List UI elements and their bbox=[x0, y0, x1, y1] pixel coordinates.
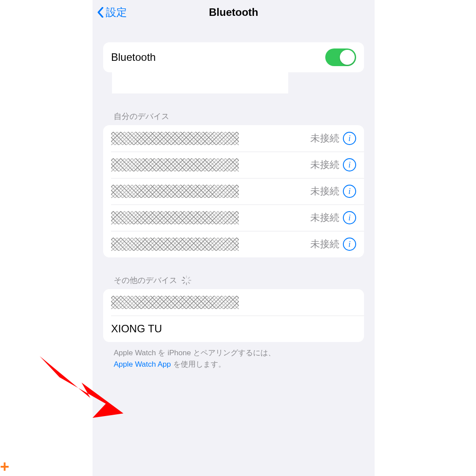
redacted-device-name bbox=[111, 185, 239, 198]
redacted-device-name bbox=[111, 132, 239, 145]
blank-strip bbox=[112, 72, 288, 93]
info-icon[interactable]: i bbox=[343, 185, 356, 198]
device-status: 未接続 bbox=[310, 185, 339, 198]
other-devices-group: XIONG TU bbox=[103, 289, 364, 342]
redacted-device-name bbox=[111, 158, 239, 171]
device-status: 未接続 bbox=[310, 158, 339, 171]
spinner-icon bbox=[182, 275, 191, 285]
toggle-knob bbox=[340, 50, 355, 65]
page-title: Bluetooth bbox=[93, 6, 375, 19]
info-icon[interactable]: i bbox=[343, 211, 356, 224]
footer-text-before: Apple Watch を iPhone とペアリングするには、 bbox=[114, 349, 275, 357]
plus-icon: + bbox=[0, 457, 9, 476]
my-devices-group: 未接続 i 未接続 i 未接続 i 未接続 i 未接続 i bbox=[103, 125, 364, 257]
my-devices-header: 自分のデバイス bbox=[114, 111, 375, 122]
device-row[interactable]: 未接続 i bbox=[103, 231, 364, 257]
device-status: 未接続 bbox=[310, 238, 339, 251]
device-status: 未接続 bbox=[310, 211, 339, 224]
device-row[interactable]: 未接続 i bbox=[103, 152, 364, 178]
other-device-name: XIONG TU bbox=[111, 323, 356, 335]
other-devices-header: その他のデバイス bbox=[114, 275, 375, 286]
apple-watch-app-link[interactable]: Apple Watch App bbox=[114, 360, 171, 368]
back-button-label: 設定 bbox=[106, 5, 127, 19]
device-row[interactable]: 未接続 i bbox=[103, 205, 364, 231]
redacted-device-name bbox=[111, 211, 239, 224]
info-icon[interactable]: i bbox=[343, 158, 356, 171]
device-row[interactable]: 未接続 i bbox=[103, 178, 364, 205]
info-icon[interactable]: i bbox=[343, 238, 356, 251]
footer-text-after: を使用します。 bbox=[171, 360, 226, 368]
navigation-bar: 設定 Bluetooth bbox=[93, 0, 375, 25]
bluetooth-label: Bluetooth bbox=[111, 51, 325, 63]
device-status: 未接続 bbox=[310, 132, 339, 145]
bluetooth-toggle[interactable] bbox=[325, 48, 356, 66]
other-device-row-xiongtu[interactable]: XIONG TU bbox=[103, 316, 364, 342]
bluetooth-toggle-group: Bluetooth bbox=[103, 42, 364, 72]
back-button[interactable]: 設定 bbox=[96, 5, 127, 19]
settings-screen: 設定 Bluetooth Bluetooth 自分のデバイス 未接続 i 未接続… bbox=[93, 0, 375, 476]
bluetooth-toggle-row[interactable]: Bluetooth bbox=[103, 42, 364, 72]
chevron-left-icon bbox=[96, 6, 105, 19]
device-row[interactable]: 未接続 i bbox=[103, 125, 364, 152]
redacted-device-name bbox=[111, 296, 239, 309]
other-devices-header-label: その他のデバイス bbox=[114, 275, 177, 286]
pairing-footer: Apple Watch を iPhone とペアリングするには、 Apple W… bbox=[114, 347, 353, 370]
redacted-device-name bbox=[111, 238, 239, 251]
info-icon[interactable]: i bbox=[343, 132, 356, 145]
other-device-row[interactable] bbox=[103, 289, 364, 316]
